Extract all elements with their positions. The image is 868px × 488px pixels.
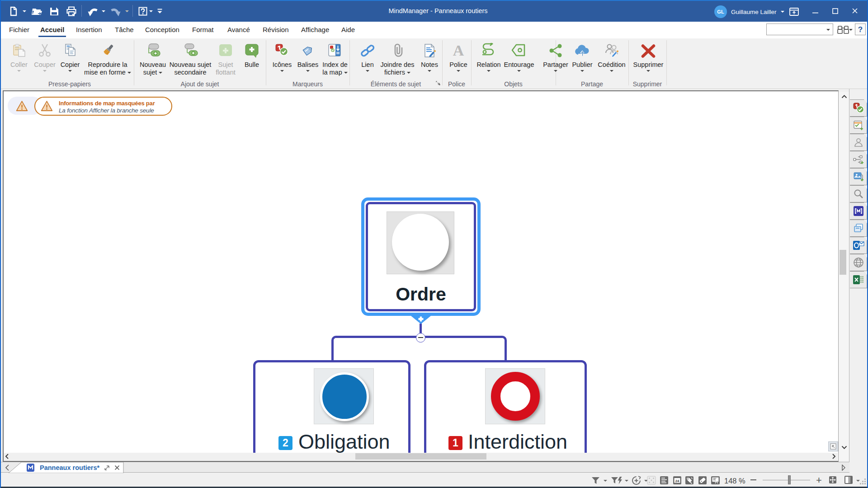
svg-text:A: A — [453, 43, 464, 58]
svg-text:24: 24 — [675, 479, 679, 483]
